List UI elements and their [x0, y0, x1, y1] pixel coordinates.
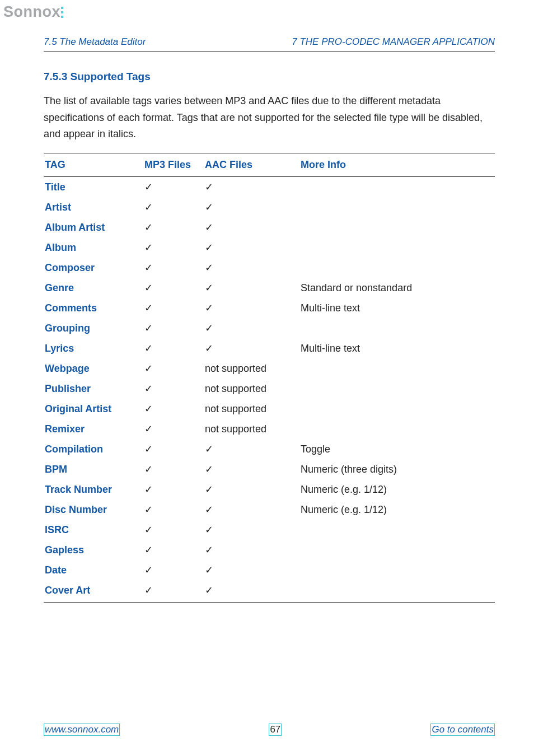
tag-name-cell: Title: [44, 177, 143, 198]
table-row: Track Number✓✓Numeric (e.g. 1/12): [44, 479, 495, 500]
check-icon: ✓: [144, 403, 153, 414]
mp3-cell: ✓: [143, 197, 204, 217]
mp3-cell: ✓: [143, 560, 204, 580]
check-icon: ✓: [205, 585, 213, 596]
mp3-cell: ✓: [143, 278, 204, 298]
tag-name-cell: ISRC: [44, 520, 143, 540]
mp3-cell: ✓: [143, 399, 204, 419]
tag-name-cell: Genre: [44, 278, 143, 298]
check-icon: ✓: [144, 504, 153, 515]
check-icon: ✓: [205, 524, 213, 535]
tag-name-cell: Compilation: [44, 439, 143, 459]
brand-text: Sonnox: [3, 3, 60, 20]
check-icon: ✓: [205, 564, 213, 576]
tag-name-cell: Remixer: [44, 419, 143, 439]
info-cell: [295, 197, 495, 217]
check-icon: ✓: [205, 222, 213, 233]
mp3-cell: ✓: [143, 237, 204, 258]
check-icon: ✓: [144, 282, 153, 293]
check-icon: ✓: [144, 444, 153, 455]
table-row: Title✓✓: [44, 177, 495, 198]
check-icon: ✓: [144, 181, 153, 193]
info-cell: [295, 379, 495, 399]
info-cell: [295, 217, 495, 237]
info-cell: Numeric (e.g. 1/12): [295, 479, 495, 500]
aac-cell: ✓: [204, 237, 295, 258]
footer-url-text: www.sonnox.com: [45, 724, 119, 735]
tag-name-cell: Original Artist: [44, 399, 143, 419]
info-cell: [295, 399, 495, 419]
check-icon: ✓: [205, 464, 213, 475]
info-cell: Numeric (e.g. 1/12): [295, 500, 495, 520]
mp3-cell: ✓: [143, 258, 204, 278]
tag-name-cell: Date: [44, 560, 143, 580]
tag-name-cell: Gapless: [44, 540, 143, 560]
info-cell: [295, 540, 495, 560]
table-row: ISRC✓✓: [44, 520, 495, 540]
aac-cell: ✓: [204, 560, 295, 580]
page: Sonnox 7.5 The Metadata Editor 7 THE PRO…: [0, 0, 534, 756]
aac-cell: not supported: [204, 358, 295, 379]
info-cell: [295, 177, 495, 198]
aac-cell: ✓: [204, 278, 295, 298]
running-header: 7.5 The Metadata Editor 7 THE PRO-CODEC …: [44, 36, 495, 52]
info-cell: [295, 560, 495, 580]
tag-name-cell: Cover Art: [44, 580, 143, 603]
footer-url-link[interactable]: www.sonnox.com: [44, 724, 120, 736]
content-area: 7.5 The Metadata Editor 7 THE PRO-CODEC …: [0, 21, 534, 603]
aac-cell: ✓: [204, 500, 295, 520]
aac-cell: ✓: [204, 439, 295, 459]
table-row: Artist✓✓: [44, 197, 495, 217]
aac-cell: ✓: [204, 258, 295, 278]
footer-contents-link[interactable]: Go to contents: [430, 724, 495, 736]
check-icon: ✓: [205, 242, 213, 253]
table-row: Album Artist✓✓: [44, 217, 495, 237]
brand-logo: Sonnox: [0, 0, 534, 21]
check-icon: ✓: [144, 524, 153, 535]
check-icon: ✓: [205, 282, 213, 293]
table-row: Cover Art✓✓: [44, 580, 495, 603]
tags-table: TAG MP3 Files AAC Files More Info Title✓…: [44, 153, 495, 603]
tag-name-cell: Track Number: [44, 479, 143, 500]
table-row: Original Artist✓not supported: [44, 399, 495, 419]
check-icon: ✓: [144, 202, 153, 213]
info-cell: [295, 580, 495, 603]
tag-name-cell: Lyrics: [44, 338, 143, 358]
check-icon: ✓: [144, 363, 153, 374]
mp3-cell: ✓: [143, 459, 204, 479]
check-icon: ✓: [144, 544, 153, 556]
table-row: Lyrics✓✓Multi-line text: [44, 338, 495, 358]
table-row: BPM✓✓Numeric (three digits): [44, 459, 495, 479]
mp3-cell: ✓: [143, 439, 204, 459]
info-cell: Toggle: [295, 439, 495, 459]
info-cell: [295, 318, 495, 338]
table-row: Comments✓✓Multi-line text: [44, 298, 495, 318]
col-header-aac: AAC Files: [204, 153, 295, 177]
tag-name-cell: Album Artist: [44, 217, 143, 237]
check-icon: ✓: [205, 323, 213, 334]
info-cell: [295, 419, 495, 439]
running-header-left: 7.5 The Metadata Editor: [44, 36, 146, 48]
info-cell: Standard or nonstandard: [295, 278, 495, 298]
check-icon: ✓: [205, 181, 213, 193]
table-row: Webpage✓not supported: [44, 358, 495, 379]
mp3-cell: ✓: [143, 540, 204, 560]
tag-name-cell: Publisher: [44, 379, 143, 399]
table-body: Title✓✓Artist✓✓Album Artist✓✓Album✓✓Comp…: [44, 177, 495, 603]
col-header-tag: TAG: [44, 153, 143, 177]
aac-cell: ✓: [204, 580, 295, 603]
tag-name-cell: Composer: [44, 258, 143, 278]
table-header-row: TAG MP3 Files AAC Files More Info: [44, 153, 495, 177]
mp3-cell: ✓: [143, 500, 204, 520]
check-icon: ✓: [144, 302, 153, 314]
mp3-cell: ✓: [143, 479, 204, 500]
table-row: Album✓✓: [44, 237, 495, 258]
aac-cell: not supported: [204, 379, 295, 399]
table-row: Publisher✓not supported: [44, 379, 495, 399]
table-row: Date✓✓: [44, 560, 495, 580]
aac-cell: ✓: [204, 177, 295, 198]
table-row: Grouping✓✓: [44, 318, 495, 338]
table-row: Gapless✓✓: [44, 540, 495, 560]
mp3-cell: ✓: [143, 177, 204, 198]
info-cell: Multi-line text: [295, 338, 495, 358]
